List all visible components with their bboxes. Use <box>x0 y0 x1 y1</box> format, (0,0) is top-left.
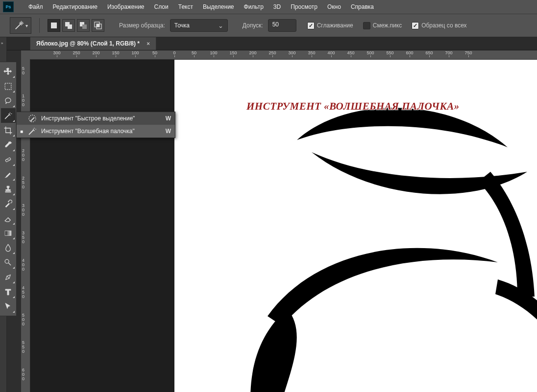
sample-size-select[interactable]: Точка ⌄ <box>170 19 228 32</box>
selection-subtract-icon <box>79 21 88 30</box>
svg-point-16 <box>29 115 36 122</box>
contiguous-checkbox[interactable] <box>363 22 370 29</box>
brush-tool-button[interactable] <box>1 167 16 182</box>
pen-tool-button[interactable] <box>1 270 16 284</box>
selection-mode-group <box>48 19 106 32</box>
svg-point-0 <box>21 23 22 23</box>
blur-icon <box>3 243 13 253</box>
antialias-checkbox[interactable] <box>307 22 315 29</box>
flyout-item-shortcut: W <box>166 115 171 122</box>
path-select-icon <box>3 302 13 311</box>
menu-select[interactable]: Выделение <box>198 1 239 13</box>
document-tab[interactable]: Яблоко.jpg @ 80% (Слой 1, RGB/8) * × <box>30 37 156 50</box>
crop-icon <box>3 126 13 135</box>
svg-rect-13 <box>5 191 11 192</box>
stamp-tool-button[interactable] <box>1 182 16 196</box>
menu-3d[interactable]: 3D <box>268 1 286 13</box>
tolerance-value: 50 <box>272 21 279 28</box>
tolerance-label: Допуск: <box>243 22 263 29</box>
sample-size-value: Точка <box>174 22 190 29</box>
svg-rect-3 <box>68 24 72 29</box>
flyout-item-label: Инструмент "Волшебная палочка" <box>41 128 162 135</box>
menu-window[interactable]: Окно <box>322 1 346 13</box>
menu-items: Файл Редактирование Изображение Слои Тек… <box>24 1 379 13</box>
gradient-icon <box>3 229 13 238</box>
magic-wand-icon <box>14 20 24 31</box>
svg-point-12 <box>8 159 9 160</box>
gradient-tool-button[interactable] <box>1 226 16 240</box>
stamp-icon <box>3 184 13 194</box>
pen-icon <box>3 273 13 282</box>
move-icon <box>3 67 13 76</box>
tool-strip <box>0 62 17 316</box>
menu-view[interactable]: Просмотр <box>286 1 322 13</box>
flyout-item-quick-select[interactable]: Инструмент "Быстрое выделение" W <box>17 112 175 125</box>
move-tool-button[interactable] <box>1 64 16 79</box>
menu-edit[interactable]: Редактирование <box>48 1 102 13</box>
blur-tool-button[interactable] <box>1 240 16 255</box>
current-tool-indicator[interactable]: ▾ <box>10 17 31 34</box>
selection-add-button[interactable] <box>62 19 75 32</box>
eraser-icon <box>3 214 13 223</box>
antialias-label: Сглаживание <box>317 22 353 29</box>
lasso-tool-button[interactable] <box>1 93 16 108</box>
marquee-icon <box>3 82 13 91</box>
svg-point-15 <box>5 259 9 263</box>
marquee-tool-button[interactable] <box>1 79 16 93</box>
selection-new-icon <box>49 21 58 30</box>
selection-add-icon <box>64 21 73 30</box>
vertical-ruler[interactable]: 50100150200250300350400450500550600650 <box>21 59 30 392</box>
eraser-tool-button[interactable] <box>1 211 16 226</box>
chevron-down-icon: ⌄ <box>218 22 223 29</box>
collapse-handle-icon[interactable]: » <box>1 41 3 46</box>
menu-type[interactable]: Текст <box>173 1 198 13</box>
horizontal-ruler[interactable]: 3002502001501005005010015020025030035040… <box>30 50 537 60</box>
flyout-item-shortcut: W <box>166 128 171 135</box>
flyout-item-magic-wand[interactable]: ■ Инструмент "Волшебная палочка" W <box>17 125 175 138</box>
svg-rect-1 <box>51 23 57 28</box>
app-logo-icon: Ps <box>3 1 14 12</box>
contiguous-label: Смеж.пикс <box>373 22 402 29</box>
selection-intersect-button[interactable] <box>92 19 104 32</box>
flyout-item-label: Инструмент "Быстрое выделение" <box>41 115 162 122</box>
selection-new-button[interactable] <box>48 19 60 32</box>
svg-rect-9 <box>5 83 11 90</box>
menu-layer[interactable]: Слои <box>149 1 173 13</box>
sample-size-label: Размер образца: <box>119 22 165 29</box>
menu-image[interactable]: Изображение <box>102 1 149 13</box>
healing-tool-button[interactable] <box>1 152 16 167</box>
sample-all-layers-label: Образец со всех <box>421 22 466 29</box>
svg-rect-5 <box>82 24 87 29</box>
svg-rect-14 <box>5 231 11 235</box>
document-tabbar: Яблоко.jpg @ 80% (Слой 1, RGB/8) * × <box>6 37 537 50</box>
tolerance-input[interactable]: 50 <box>268 19 296 32</box>
history-brush-icon <box>3 199 13 208</box>
quick-select-icon <box>27 114 37 123</box>
menu-file[interactable]: Файл <box>24 1 48 13</box>
dodge-icon <box>3 258 13 267</box>
sample-all-layers-checkbox[interactable] <box>412 22 419 29</box>
ruler-corner <box>21 50 30 59</box>
eyedropper-tool-button[interactable] <box>1 138 16 152</box>
document-area: Яблоко.jpg @ 80% (Слой 1, RGB/8) * × 300… <box>6 37 537 392</box>
selection-intersect-icon <box>94 21 102 30</box>
menu-filter[interactable]: Фильтр <box>239 1 268 13</box>
crop-tool-button[interactable] <box>1 123 16 138</box>
svg-rect-8 <box>97 24 99 27</box>
option-divider <box>39 18 40 33</box>
magic-wand-tool-button[interactable] <box>1 108 16 123</box>
document-tab-label: Яблоко.jpg @ 80% (Слой 1, RGB/8) * <box>36 40 140 47</box>
lasso-icon <box>3 96 13 106</box>
svg-point-11 <box>7 159 7 160</box>
selection-subtract-button[interactable] <box>77 19 90 32</box>
tool-options-bar: ▾ Размер образца: Точка ⌄ Допуск: 50 Сгл… <box>0 14 537 37</box>
menu-help[interactable]: Справка <box>346 1 379 13</box>
history-brush-tool-button[interactable] <box>1 196 16 211</box>
tool-flyout: Инструмент "Быстрое выделение" W ■ Инстр… <box>16 112 175 138</box>
type-tool-button[interactable] <box>1 284 16 299</box>
type-icon <box>3 287 13 297</box>
close-icon[interactable]: × <box>146 40 150 47</box>
svg-rect-10 <box>5 157 11 162</box>
path-select-tool-button[interactable] <box>1 299 16 314</box>
dodge-tool-button[interactable] <box>1 255 16 270</box>
